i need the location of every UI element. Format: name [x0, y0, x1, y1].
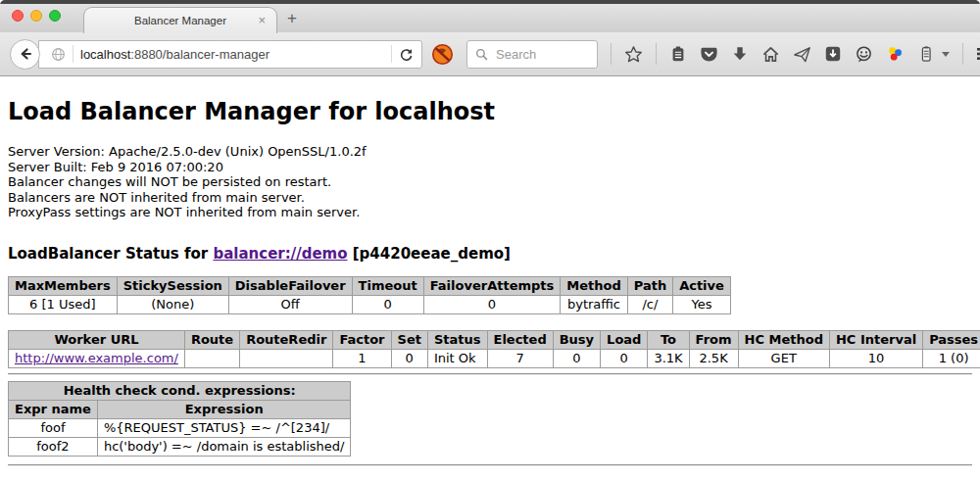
url-domain: localhost [80, 47, 130, 62]
search-input[interactable] [494, 46, 584, 63]
column-header: Status [427, 330, 487, 349]
cell-busy: 0 [553, 349, 600, 367]
column-header: Method [561, 276, 627, 295]
cell-expr-name: foof [9, 418, 98, 437]
send-tab-button[interactable] [793, 45, 811, 64]
pocket-icon [700, 45, 718, 64]
back-icon [18, 46, 33, 62]
worker-url-link[interactable]: http://www.example.com/ [15, 351, 178, 365]
divider [8, 464, 972, 466]
url-bar[interactable]: localhost:8880/balancer-manager [38, 40, 422, 69]
column-header: Set [391, 330, 427, 349]
page-title: Load Balancer Manager for localhost [8, 97, 972, 126]
server-version-line: Server Version: Apache/2.5.0-dev (Unix) … [8, 144, 972, 160]
minimize-window-button[interactable] [30, 10, 42, 22]
pocket-button[interactable] [700, 45, 718, 64]
cell-from: 2.5K [689, 349, 738, 367]
cell-passes: 1 (0) [923, 349, 980, 367]
notice-line: ProxyPass settings are NOT inherited fro… [8, 205, 972, 220]
blocked-content-button[interactable] [431, 43, 454, 66]
column-header: Elected [487, 330, 553, 349]
cell-factor: 1 [333, 349, 391, 367]
divider [656, 43, 657, 65]
table-row: foof2 hc('body') =~ /domain is establish… [9, 437, 351, 456]
reload-button[interactable] [399, 47, 414, 62]
back-button[interactable] [10, 39, 40, 70]
column-header: MaxMembers [9, 276, 118, 295]
save-extension-button[interactable] [824, 45, 842, 63]
cell-elected: 7 [487, 349, 553, 367]
url-text[interactable]: localhost:8880/balancer-manager [80, 47, 384, 62]
table-header-row: Worker URL Route RouteRedir Factor Set S… [9, 330, 980, 349]
window-controls [12, 10, 61, 22]
cell-failoverattempts: 0 [423, 295, 561, 313]
tab-close-icon[interactable]: × [258, 14, 266, 27]
bookmark-button[interactable] [624, 45, 643, 64]
cell-stickysession: (None) [117, 295, 228, 313]
table-header-row: Expr name Expression [9, 400, 351, 418]
reading-list-button[interactable] [669, 45, 687, 63]
search-bar[interactable] [466, 40, 598, 69]
home-button[interactable] [761, 45, 780, 64]
cell-method: bytraffic [561, 295, 627, 313]
clipboard-icon [669, 45, 687, 63]
column-header: Timeout [352, 276, 423, 295]
page-content: Load Balancer Manager for localhost Serv… [0, 97, 980, 466]
battery-icon [917, 45, 935, 63]
home-icon [761, 45, 780, 64]
column-header: Load [601, 330, 648, 349]
column-header: Worker URL [9, 330, 185, 349]
balancer-demo-link[interactable]: balancer://demo [213, 245, 347, 263]
cell-path: /c/ [627, 295, 672, 313]
divider [73, 45, 74, 63]
tab-title: Balancer Manager [134, 15, 226, 26]
tab-balancer-manager[interactable]: Balancer Manager × [83, 7, 277, 33]
globe-icon[interactable] [51, 47, 66, 62]
zoom-window-button[interactable] [49, 10, 61, 22]
column-header: Expression [97, 400, 351, 418]
cell-maxmembers: 6 [1 Used] [9, 295, 118, 313]
column-header: Busy [553, 330, 600, 349]
dropdown-caret-icon[interactable] [942, 52, 950, 57]
search-icon [475, 48, 488, 61]
battery-extension-button[interactable] [917, 45, 935, 63]
reload-icon [399, 47, 414, 62]
table-header-row: MaxMembers StickySession DisableFailover… [9, 276, 731, 295]
column-header: Path [627, 276, 672, 295]
loadbalancer-status-heading: LoadBalancer Status for balancer://demo … [8, 245, 972, 263]
column-header: FailoverAttempts [423, 276, 561, 295]
blocked-plugin-icon [431, 43, 454, 66]
column-header: Factor [333, 330, 391, 349]
cell-set: 0 [391, 349, 427, 367]
colored-dots-extension-button[interactable] [886, 45, 905, 64]
chat-extension-button[interactable] [855, 45, 873, 64]
status-suffix: [p4420eeae_demo] [348, 245, 511, 263]
server-built-line: Server Built: Feb 9 2016 07:00:20 [8, 160, 972, 175]
menu-button[interactable] [976, 45, 980, 63]
cell-load: 0 [601, 349, 648, 367]
table-title-row: Health check cond. expressions: [9, 381, 351, 400]
health-table-title: Health check cond. expressions: [9, 381, 351, 400]
column-header: Passes [923, 330, 980, 349]
browser-window: Balancer Manager × + localhost:8880/bala… [0, 0, 980, 481]
status-prefix: LoadBalancer Status for [8, 245, 213, 263]
column-header: From [689, 330, 738, 349]
column-header: Expr name [9, 400, 98, 418]
cell-active: Yes [673, 295, 731, 313]
menu-icon [976, 45, 980, 63]
colored-dots-icon [886, 45, 905, 64]
close-window-button[interactable] [12, 10, 24, 22]
tab-bar: Balancer Manager × + [0, 4, 980, 32]
send-plane-icon [793, 45, 811, 64]
cell-expr-name: foof2 [9, 437, 98, 456]
cell-route [184, 349, 239, 367]
downloads-button[interactable] [731, 45, 749, 63]
save-square-icon [824, 45, 842, 63]
column-header: DisableFailover [228, 276, 352, 295]
column-header: HC Method [738, 330, 829, 349]
table-row: foof %{REQUEST_STATUS} =~ /^[234]/ [9, 418, 351, 437]
notice-line: Balancers are NOT inherited from main se… [8, 190, 972, 206]
divider [962, 43, 963, 65]
divider [8, 373, 972, 375]
new-tab-button[interactable]: + [287, 9, 297, 28]
